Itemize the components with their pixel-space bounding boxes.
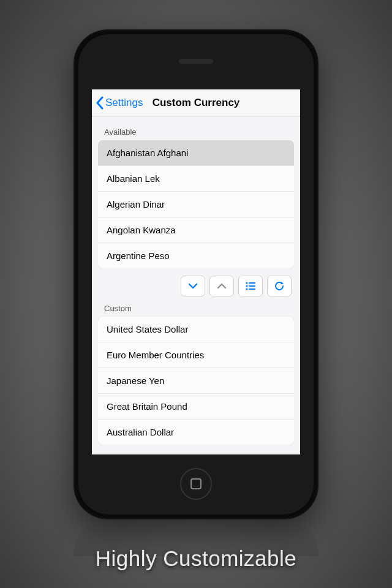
chevron-down-icon	[187, 282, 199, 290]
back-button[interactable]: Settings	[92, 96, 143, 110]
available-list: Afghanistan Afghani Albanian Lek Algeria…	[98, 140, 294, 268]
list-item[interactable]: Albanian Lek	[98, 166, 294, 192]
reorder-toolbar	[98, 268, 294, 298]
custom-list: United States Dollar Euro Member Countri…	[98, 317, 294, 445]
list-item[interactable]: Great Britain Pound	[98, 394, 294, 420]
svg-point-2	[246, 285, 248, 287]
refresh-icon	[273, 280, 285, 292]
phone-frame: Settings Custom Currency Available Afgha…	[74, 29, 318, 519]
list-button[interactable]	[238, 276, 263, 296]
list-item[interactable]: Argentine Peso	[98, 243, 294, 268]
list-item[interactable]: Japanese Yen	[98, 368, 294, 394]
svg-point-4	[246, 288, 248, 290]
move-down-button[interactable]	[181, 276, 205, 296]
available-section-label: Available	[98, 121, 294, 140]
phone-inner: Settings Custom Currency Available Afgha…	[78, 34, 314, 514]
page-title: Custom Currency	[153, 97, 240, 109]
home-square-icon	[190, 478, 202, 489]
list-item[interactable]: Australian Dollar	[98, 420, 294, 445]
home-button[interactable]	[180, 468, 212, 500]
screen: Settings Custom Currency Available Afgha…	[92, 89, 300, 454]
list-icon	[244, 281, 257, 291]
refresh-button[interactable]	[267, 276, 292, 296]
custom-section-label: Custom	[98, 298, 294, 317]
speaker-slot	[179, 59, 213, 64]
content: Available Afghanistan Afghani Albanian L…	[92, 116, 300, 450]
chevron-up-icon	[216, 282, 228, 290]
list-item[interactable]: Angolan Kwanza	[98, 217, 294, 243]
back-label: Settings	[105, 97, 143, 109]
move-up-button[interactable]	[209, 276, 234, 296]
list-item[interactable]: Afghanistan Afghani	[98, 140, 294, 166]
list-item[interactable]: United States Dollar	[98, 317, 294, 342]
marketing-caption: Highly Customizable	[0, 546, 392, 571]
navbar: Settings Custom Currency	[92, 89, 300, 116]
list-item[interactable]: Algerian Dinar	[98, 192, 294, 217]
chevron-left-icon	[96, 96, 104, 110]
list-item[interactable]: Euro Member Countries	[98, 342, 294, 368]
svg-point-0	[246, 282, 248, 284]
svg-marker-6	[281, 282, 284, 285]
